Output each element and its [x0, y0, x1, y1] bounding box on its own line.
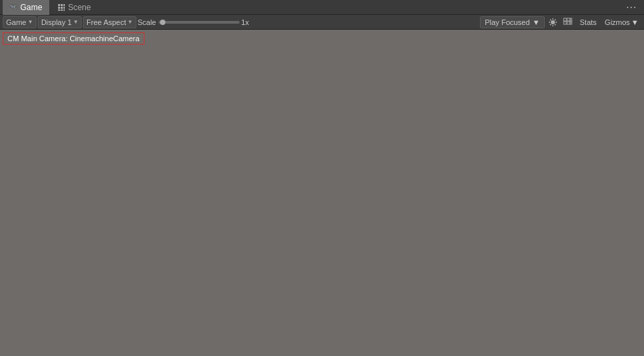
svg-rect-22: [570, 18, 572, 21]
svg-rect-20: [564, 22, 566, 24]
svg-rect-2: [63, 4, 65, 6]
tab-game-label: Game: [20, 3, 43, 12]
grid-icon: [563, 18, 572, 27]
aspect-dropdown-label: Free Aspect: [86, 18, 126, 26]
grid-icon-button[interactable]: [561, 16, 574, 28]
svg-rect-6: [58, 9, 60, 11]
sun-icon: [548, 18, 558, 27]
gizmos-dropdown[interactable]: Gizmos ▼: [602, 16, 641, 28]
svg-rect-23: [570, 22, 572, 24]
svg-point-9: [551, 20, 555, 24]
tab-scene-label: Scene: [68, 3, 91, 12]
svg-rect-4: [61, 7, 63, 9]
tab-scene[interactable]: Scene: [51, 0, 98, 15]
play-focused-arrow: ▼: [533, 18, 540, 26]
svg-rect-21: [567, 22, 570, 24]
svg-line-17: [550, 24, 551, 24]
slider-thumb: [160, 20, 165, 25]
game-dropdown[interactable]: Game ▼: [3, 16, 36, 28]
display-dropdown[interactable]: Display 1 ▼: [38, 16, 82, 28]
viewport[interactable]: CM Main Camera: CinemachineCamera: [0, 30, 644, 356]
display-dropdown-arrow: ▼: [73, 19, 78, 25]
aspect-dropdown-arrow: ▼: [128, 19, 133, 25]
svg-rect-3: [58, 7, 60, 9]
gizmos-label: Gizmos: [605, 18, 630, 26]
svg-line-15: [554, 24, 555, 24]
scene-icon: [57, 3, 65, 11]
game-dropdown-label: Game: [6, 18, 26, 26]
svg-rect-8: [63, 9, 65, 11]
display-dropdown-label: Display 1: [41, 18, 72, 26]
svg-rect-1: [61, 4, 63, 6]
lighting-icon-button[interactable]: [546, 16, 560, 28]
svg-rect-7: [61, 9, 63, 11]
svg-rect-18: [564, 18, 566, 21]
stats-button[interactable]: Stats: [576, 16, 601, 28]
tab-bar: 🎮 Game Scene ⋯: [0, 0, 644, 15]
tab-bar-left: 🎮 Game Scene: [3, 0, 98, 15]
svg-rect-0: [58, 4, 60, 6]
svg-rect-5: [63, 7, 65, 9]
play-focused-dropdown[interactable]: Play Focused ▼: [480, 16, 545, 28]
svg-line-16: [554, 19, 555, 20]
gizmos-arrow: ▼: [631, 18, 639, 26]
scale-label: Scale: [138, 18, 157, 26]
slider-track[interactable]: [159, 21, 240, 24]
play-focused-label: Play Focused: [485, 18, 530, 26]
toolbar: Game ▼ Display 1 ▼ Free Aspect ▼ Scale 1…: [0, 15, 644, 30]
game-dropdown-arrow: ▼: [28, 19, 33, 25]
tab-game[interactable]: 🎮 Game: [3, 0, 49, 15]
game-controller-icon: 🎮: [9, 3, 18, 11]
svg-line-14: [550, 19, 551, 20]
aspect-dropdown[interactable]: Free Aspect ▼: [83, 16, 136, 28]
more-options-button[interactable]: ⋯: [622, 1, 641, 14]
scale-value: 1x: [241, 18, 249, 26]
scale-slider[interactable]: [159, 21, 240, 24]
tab-bar-right: ⋯: [622, 1, 641, 14]
svg-rect-19: [567, 18, 570, 21]
camera-label: CM Main Camera: CinemachineCamera: [3, 32, 144, 45]
